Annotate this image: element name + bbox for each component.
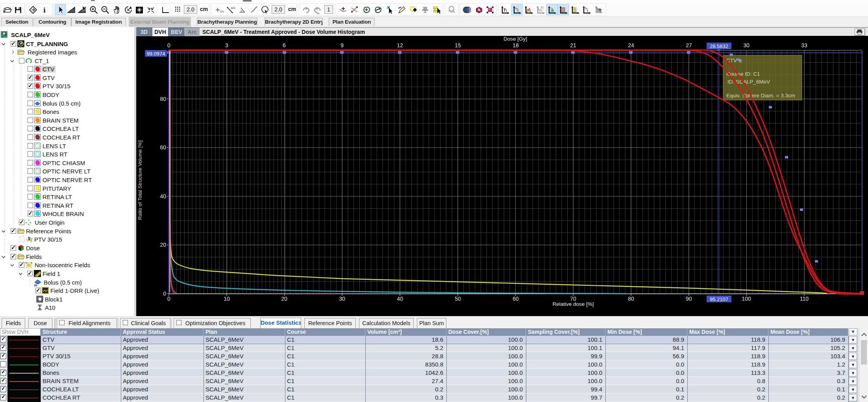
svg-text:60: 60 (513, 296, 519, 302)
svg-text:24: 24 (628, 42, 634, 48)
svg-text:Relative dose [%]: Relative dose [%] (552, 301, 594, 307)
svg-text:0: 0 (167, 42, 170, 48)
svg-text:80: 80 (628, 296, 634, 302)
svg-text:18: 18 (513, 42, 519, 48)
svg-text:27: 27 (686, 42, 692, 48)
svg-text:60: 60 (160, 144, 166, 151)
svg-text:9: 9 (341, 42, 344, 48)
svg-text:30: 30 (339, 296, 345, 302)
svg-text:20: 20 (160, 242, 166, 248)
svg-text:0: 0 (167, 296, 170, 302)
svg-text:100: 100 (742, 296, 751, 302)
svg-text:21: 21 (570, 42, 576, 48)
svg-text:99.0974: 99.0974 (147, 51, 165, 57)
svg-text:90: 90 (686, 296, 692, 302)
svg-text:15: 15 (455, 42, 461, 48)
svg-text:10: 10 (224, 296, 230, 302)
svg-text:i: i (504, 7, 505, 12)
svg-text:Equiv. Sphere Diam. = 3.3cm: Equiv. Sphere Diam. = 3.3cm (726, 93, 795, 99)
svg-text:40: 40 (397, 296, 403, 302)
svg-text:Dose [Gy]: Dose [Gy] (503, 36, 527, 42)
svg-text:20: 20 (281, 296, 287, 302)
svg-text:95.2107: 95.2107 (710, 296, 728, 302)
svg-text:28.5632: 28.5632 (710, 43, 728, 49)
svg-text:30: 30 (743, 42, 750, 48)
svg-text:0: 0 (163, 290, 166, 297)
svg-text:3: 3 (225, 42, 228, 48)
svg-text:80: 80 (160, 96, 166, 102)
svg-text:12: 12 (397, 42, 403, 48)
svg-text:Ratio of Total Structure Volum: Ratio of Total Structure Volume [%] (137, 140, 143, 220)
svg-text:50: 50 (455, 296, 461, 302)
svg-text:110: 110 (800, 296, 809, 302)
svg-text:N: N (541, 6, 544, 9)
svg-text:6: 6 (283, 42, 286, 48)
svg-text:33: 33 (801, 42, 807, 48)
svg-text:40: 40 (160, 193, 166, 199)
